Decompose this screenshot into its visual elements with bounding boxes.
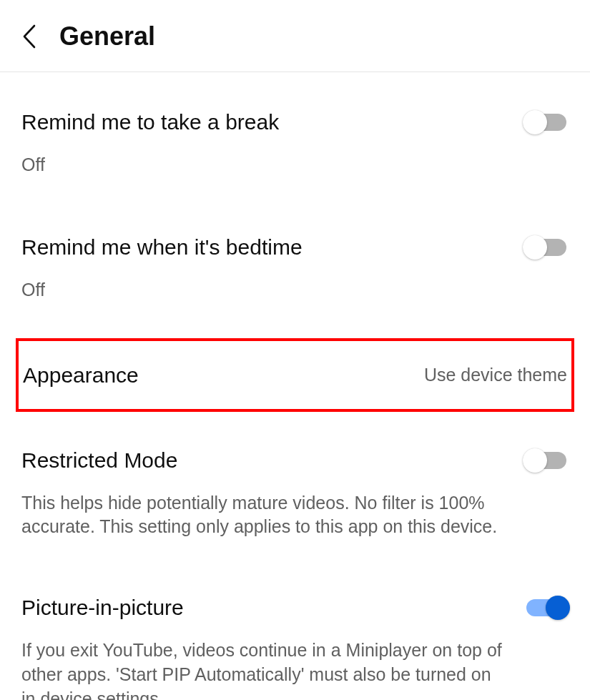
setting-picture-in-picture[interactable]: Picture-in-picture If you exit YouTube, … <box>0 573 590 700</box>
setting-text: Remind me when it's bedtime Off <box>21 233 510 302</box>
settings-header: General <box>0 0 590 72</box>
setting-value: Use device theme <box>424 365 567 385</box>
setting-title: Remind me when it's bedtime <box>21 233 510 261</box>
setting-text: Picture-in-picture If you exit YouTube, … <box>21 593 510 700</box>
toggle-remind-bedtime[interactable] <box>524 237 569 257</box>
setting-remind-break[interactable]: Remind me to take a break Off <box>0 88 590 197</box>
setting-appearance[interactable]: Appearance Use device theme <box>16 338 574 412</box>
page-title: General <box>59 21 155 51</box>
setting-description: This helps hide potentially mature video… <box>21 491 510 540</box>
toggle-restricted-mode[interactable] <box>524 450 569 470</box>
setting-restricted-mode[interactable]: Restricted Mode This helps hide potentia… <box>0 426 590 560</box>
toggle-remind-break[interactable] <box>524 112 569 132</box>
setting-status: Off <box>21 278 510 302</box>
setting-text: Restricted Mode This helps hide potentia… <box>21 446 510 540</box>
setting-text: Appearance <box>23 361 410 389</box>
back-icon[interactable] <box>17 25 41 49</box>
toggle-picture-in-picture[interactable] <box>524 598 569 618</box>
settings-list: Remind me to take a break Off Remind me … <box>0 72 590 700</box>
setting-title: Appearance <box>23 361 410 389</box>
setting-description: If you exit YouTube, videos continue in … <box>21 639 510 700</box>
setting-title: Picture-in-picture <box>21 593 510 621</box>
setting-title: Restricted Mode <box>21 446 510 474</box>
setting-remind-bedtime[interactable]: Remind me when it's bedtime Off <box>0 213 590 322</box>
setting-text: Remind me to take a break Off <box>21 108 510 177</box>
setting-title: Remind me to take a break <box>21 108 510 136</box>
setting-status: Off <box>21 153 510 177</box>
